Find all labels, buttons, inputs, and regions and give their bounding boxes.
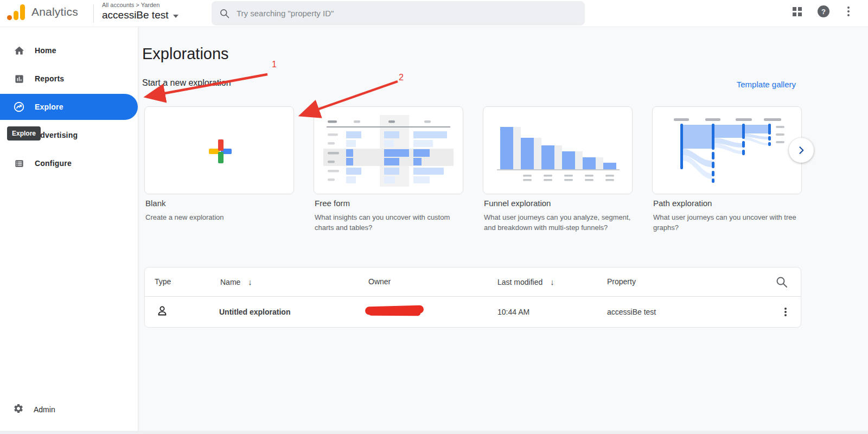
column-header-owner[interactable]: Owner: [368, 277, 391, 286]
kebab-menu-icon: [784, 308, 787, 310]
sort-arrow-icon: ↓: [248, 277, 252, 286]
grid-square: [793, 7, 796, 11]
kebab-menu-icon: [847, 7, 850, 9]
owner-redaction: [365, 305, 424, 315]
sidebar: Home Reports Explore Advertising: [0, 27, 138, 434]
explore-icon: [13, 101, 25, 113]
new-exploration-heading: Start a new exploration: [142, 78, 231, 88]
card-title: Free form: [315, 199, 464, 208]
sidebar-item-admin[interactable]: Admin: [0, 401, 138, 418]
more-menu-button[interactable]: [842, 5, 855, 18]
exploration-name: Untitled exploration: [219, 308, 290, 316]
header-divider: [93, 4, 94, 23]
main-content: Explorations Start a new exploration Tem…: [138, 27, 868, 434]
sidebar-item-label: Home: [35, 46, 56, 55]
sidebar-item-label: Configure: [35, 159, 72, 168]
window-bottom-edge: [0, 431, 868, 434]
top-app-bar: Analytics All accounts > Yarden accessiB…: [0, 0, 868, 27]
column-header-property[interactable]: Property: [607, 277, 636, 286]
column-header-type[interactable]: Type: [155, 277, 171, 286]
breadcrumb: All accounts > Yarden: [102, 2, 159, 8]
sidebar-item-label: Explore: [35, 103, 63, 111]
card-title: Funnel exploration: [484, 199, 634, 208]
explore-tooltip: Explore: [7, 126, 41, 141]
configure-icon: [13, 157, 25, 169]
property-selector-label: accessiBe test: [102, 9, 169, 21]
help-button[interactable]: ?: [817, 5, 830, 18]
person-icon: [156, 304, 169, 320]
plus-icon: [209, 139, 233, 163]
freeform-table-thumbnail: [323, 115, 454, 187]
card-path-exploration[interactable]: [652, 106, 802, 194]
sidebar-item-label: Advertising: [35, 131, 78, 139]
card-free-form[interactable]: [314, 106, 463, 194]
card-funnel-exploration[interactable]: [483, 106, 633, 194]
row-menu-button[interactable]: [780, 305, 792, 319]
home-icon: [13, 44, 25, 56]
card-description: What user journeys can you uncover with …: [653, 213, 801, 233]
grid-square: [798, 12, 802, 16]
card-blank[interactable]: [144, 106, 294, 194]
gear-icon: [13, 403, 24, 416]
grid-square: [793, 12, 796, 16]
table-row[interactable]: Untitled exploration 10:44 AM accessiBe …: [145, 297, 801, 327]
reports-icon: [13, 73, 25, 85]
sidebar-item-configure[interactable]: Configure: [0, 149, 138, 177]
grid-square: [798, 7, 802, 11]
chevron-right-icon: [796, 145, 807, 156]
property-value: accessiBe test: [607, 308, 656, 316]
global-search-bar[interactable]: [212, 1, 585, 25]
sidebar-item-label: Reports: [35, 74, 64, 83]
sort-arrow-icon: ↓: [550, 277, 554, 286]
help-icon: ?: [818, 5, 829, 17]
card-description: What user journeys can you analyze, segm…: [484, 213, 631, 233]
card-title: Blank: [145, 199, 295, 208]
chevron-down-icon: [173, 15, 178, 18]
property-selector[interactable]: accessiBe test: [102, 9, 178, 21]
page-title: Explorations: [142, 45, 229, 63]
path-sankey-thumbnail: [662, 115, 792, 187]
search-icon: [219, 8, 230, 19]
template-gallery-link[interactable]: Template gallery: [737, 80, 796, 89]
explorations-table: Type Name↓ Owner Last modified↓ Property: [144, 267, 801, 328]
column-header-name[interactable]: Name↓: [220, 277, 252, 286]
card-description: Create a new exploration: [145, 213, 293, 223]
global-search-input[interactable]: [237, 9, 559, 18]
app-name: Analytics: [31, 5, 78, 18]
last-modified-value: 10:44 AM: [497, 308, 529, 316]
sidebar-item-reports[interactable]: Reports: [0, 65, 138, 93]
sidebar-item-home[interactable]: Home: [0, 36, 138, 65]
carousel-next-button[interactable]: [789, 138, 814, 163]
diagnostics-grid-icon[interactable]: [791, 5, 804, 18]
card-description: What insights can you uncover with custo…: [315, 213, 462, 233]
card-title: Path exploration: [653, 199, 803, 208]
column-header-last-modified[interactable]: Last modified↓: [497, 277, 554, 286]
table-header: Type Name↓ Owner Last modified↓ Property: [145, 267, 801, 297]
table-search-button[interactable]: [775, 276, 789, 290]
search-icon: [775, 276, 788, 289]
sidebar-item-label: Admin: [34, 405, 55, 414]
sidebar-item-explore[interactable]: Explore: [0, 94, 138, 120]
analytics-logo-icon: [7, 4, 27, 22]
funnel-chart-thumbnail: [493, 115, 623, 187]
